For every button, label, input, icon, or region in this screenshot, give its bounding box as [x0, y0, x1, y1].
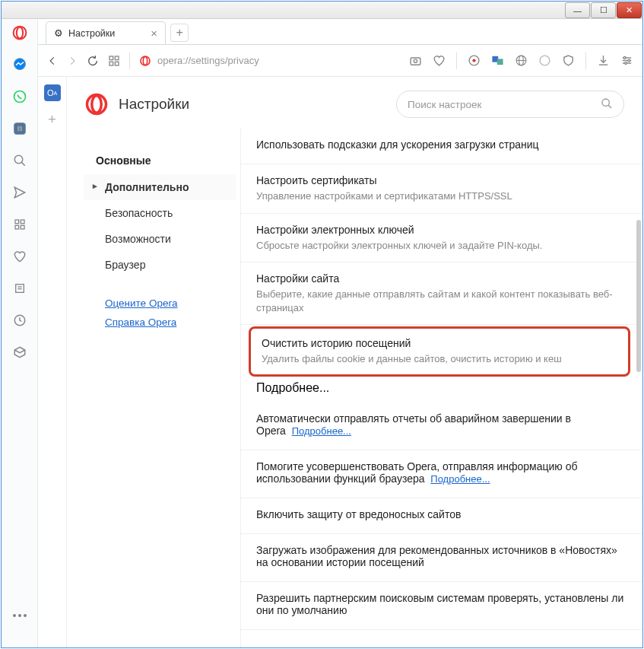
page-title: Настройки — [119, 96, 189, 113]
learn-more-link[interactable]: Подробнее... — [256, 381, 329, 394]
browser-chrome: B ⚙ Настройки × + — [2, 19, 642, 647]
opt-news-images[interactable]: Загружать изображения для рекомендованны… — [241, 534, 642, 582]
vertical-tab-item[interactable]: OA — [44, 84, 61, 101]
vertical-add-button[interactable]: + — [48, 112, 56, 128]
easy-setup-icon[interactable] — [620, 54, 633, 67]
downloads-icon[interactable] — [597, 54, 610, 67]
svg-point-43 — [92, 96, 102, 113]
svg-rect-11 — [21, 225, 24, 229]
help-opera-link[interactable]: Справка Opera — [105, 317, 236, 328]
svg-point-23 — [141, 56, 150, 65]
opera-logo-large-icon — [85, 93, 108, 116]
adblock-icon[interactable] — [468, 54, 481, 67]
svg-point-17 — [18, 614, 21, 616]
svg-rect-19 — [109, 56, 113, 60]
opt-certificates[interactable]: Настроить сертификаты Управление настрой… — [241, 164, 642, 214]
svg-point-42 — [87, 95, 106, 114]
settings-search-input[interactable]: Поиск настроек — [396, 91, 624, 118]
whatsapp-icon[interactable] — [12, 89, 27, 104]
translate-icon[interactable] — [491, 54, 504, 67]
nav-links: Оцените Opera Справка Opera — [84, 297, 236, 328]
minimize-button[interactable]: — — [565, 2, 590, 18]
search-placeholder: Поиск настроек — [408, 99, 482, 110]
opt-partner-search[interactable]: Разрешить партнерским поисковым системам… — [241, 582, 642, 630]
nav-back-button[interactable] — [47, 56, 58, 66]
opt-desc: Выберите, какие данные отправлять сайтам… — [256, 288, 627, 314]
globe-icon[interactable] — [515, 54, 528, 67]
svg-rect-30 — [497, 59, 503, 65]
opt-crash-reports[interactable]: Автоматически отправлять отчеты об авари… — [241, 402, 642, 450]
send-icon[interactable] — [12, 185, 27, 200]
shield-icon[interactable] — [562, 54, 575, 67]
opera-logo-icon[interactable] — [12, 25, 27, 40]
speeddial-icon[interactable] — [108, 55, 120, 67]
more-icon[interactable] — [12, 608, 27, 623]
svg-rect-8 — [15, 220, 19, 224]
tab-close-icon[interactable]: × — [151, 27, 157, 40]
new-tab-button[interactable]: + — [170, 24, 189, 42]
url-text: opera://settings/privacy — [157, 55, 259, 66]
gear-icon: ⚙ — [54, 27, 63, 39]
svg-point-28 — [472, 59, 475, 62]
opt-desc: Удалить файлы cookie и данные сайтов, оч… — [262, 352, 617, 366]
opt-title: Разрешить партнерским поисковым системам… — [256, 592, 627, 616]
settings-nav: Основные Дополнительно Безопасность Возм… — [67, 129, 240, 647]
opt-preload[interactable]: Использовать подсказки для ускорения заг… — [241, 129, 642, 164]
maximize-button[interactable]: ☐ — [591, 2, 616, 18]
svg-rect-25 — [411, 58, 420, 65]
left-rail: B — [2, 19, 38, 647]
svg-text:B: B — [17, 125, 22, 132]
history-icon[interactable] — [12, 313, 27, 328]
svg-point-1 — [16, 27, 22, 39]
nav-features[interactable]: Возможности — [84, 226, 236, 252]
settings-page: Настройки Поиск настроек Основные Дополн… — [67, 77, 642, 647]
opt-malware-protect[interactable]: Включить защиту от вредоносных сайтов — [241, 498, 642, 534]
nav-forward-button[interactable] — [67, 56, 78, 66]
svg-point-3 — [14, 91, 25, 103]
learn-more-link[interactable]: Подробнее... — [430, 473, 490, 485]
tab-label: Настройки — [68, 28, 115, 39]
search-icon[interactable] — [12, 153, 27, 168]
opera-favicon-icon — [139, 55, 151, 67]
svg-rect-22 — [115, 62, 119, 65]
window-titlebar: — ☐ ✕ — [2, 2, 642, 19]
messenger-icon[interactable] — [12, 57, 27, 72]
heart-outline-icon[interactable] — [433, 54, 446, 67]
package-icon[interactable] — [12, 345, 27, 360]
app-window: — ☐ ✕ B ⚙ Настройк — [1, 1, 643, 648]
url-field[interactable]: opera://settings/privacy — [139, 55, 259, 67]
svg-point-40 — [628, 59, 630, 62]
nav-security[interactable]: Безопасность — [84, 200, 236, 226]
svg-point-26 — [414, 59, 417, 62]
vpn-icon[interactable] — [538, 54, 551, 67]
svg-point-18 — [24, 614, 26, 616]
learn-more-link[interactable]: Подробнее... — [292, 425, 351, 437]
opt-clear-history[interactable]: Очистить историю посещений Удалить файлы… — [249, 326, 630, 377]
tab-settings[interactable]: ⚙ Настройки × — [46, 21, 166, 44]
opt-title: Настройки электронных ключей — [256, 224, 627, 236]
nav-basic[interactable]: Основные — [84, 147, 236, 174]
heart-icon[interactable] — [12, 249, 27, 264]
svg-rect-21 — [109, 62, 113, 65]
snapshot-icon[interactable] — [409, 54, 422, 67]
toolbar-right — [409, 52, 633, 69]
opt-title: Загружать изображения для рекомендованны… — [256, 544, 627, 568]
opt-site-settings[interactable]: Настройки сайта Выберите, какие данные о… — [241, 262, 642, 325]
settings-main: Использовать подсказки для ускорения заг… — [240, 129, 642, 647]
nav-advanced[interactable]: Дополнительно — [84, 174, 236, 200]
tab-strip: ⚙ Настройки × + — [38, 19, 642, 45]
extensions-icon[interactable] — [12, 217, 27, 232]
vk-icon[interactable]: B — [12, 121, 27, 136]
close-window-button[interactable]: ✕ — [617, 2, 642, 18]
opt-usage-stats[interactable]: Помогите усовершенствовать Opera, отправ… — [241, 450, 642, 498]
nav-browser[interactable]: Браузер — [84, 252, 236, 278]
svg-rect-20 — [115, 56, 119, 60]
opt-title: Включить защиту от вредоносных сайтов — [256, 508, 627, 520]
opt-title: Автоматически отправлять отчеты об авари… — [256, 412, 627, 437]
news-icon[interactable] — [12, 281, 27, 296]
reload-button[interactable] — [87, 55, 99, 67]
svg-point-34 — [540, 56, 550, 65]
opt-security-keys[interactable]: Настройки электронных ключей Сбросьте на… — [241, 214, 642, 263]
rate-opera-link[interactable]: Оцените Opera — [105, 297, 236, 309]
svg-line-45 — [608, 105, 611, 108]
